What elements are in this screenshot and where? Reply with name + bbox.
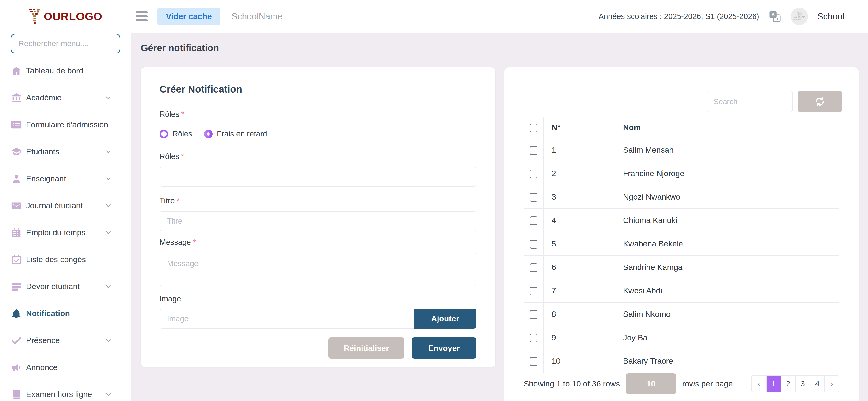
sidebar-item-academie[interactable]: Académie — [0, 84, 131, 111]
radio-late-fees[interactable] — [204, 130, 213, 138]
page-size-select[interactable]: 10 — [626, 373, 676, 394]
create-notification-card: Créer Notification Rôles* Rôles Frais en… — [141, 67, 495, 367]
book-icon — [11, 389, 22, 400]
clear-cache-button[interactable]: Vider cache — [157, 7, 220, 25]
reset-button[interactable]: Réinitialiser — [329, 337, 404, 359]
row-checkbox[interactable] — [530, 334, 537, 342]
avatar[interactable]: NO IMAGE AVAILABLE — [790, 8, 808, 25]
sidebar-item-journal-etudiant[interactable]: Journal étudiant — [0, 192, 131, 219]
table-search-input[interactable] — [707, 91, 793, 112]
table-row: 7 Kwesi Abdi — [524, 279, 839, 302]
radio-roles[interactable] — [159, 130, 168, 138]
row-checkbox[interactable] — [530, 357, 537, 366]
translate-icon[interactable]: A a — [769, 10, 781, 23]
pager-next[interactable]: › — [825, 376, 839, 392]
sidebar-item-tableau-de-bord[interactable]: Tableau de bord — [0, 57, 131, 84]
title-input[interactable] — [159, 211, 476, 231]
row-num: 7 — [544, 279, 615, 302]
refresh-button[interactable] — [798, 91, 842, 112]
school-name-label: SchoolName — [231, 11, 283, 22]
select-all-checkbox[interactable] — [530, 124, 537, 132]
sidebar-item-notification[interactable]: Notification — [0, 300, 131, 327]
table-row: 5 Kwabena Bekele — [524, 232, 839, 256]
chevron-down-icon — [104, 175, 112, 183]
image-input[interactable] — [159, 309, 414, 329]
sidebar-item-liste-des-conges[interactable]: Liste des congés — [0, 246, 131, 273]
svg-text:a: a — [775, 16, 778, 21]
table-row: 10 Bakary Traore — [524, 349, 839, 373]
row-checkbox[interactable] — [530, 310, 537, 319]
sidebar-item-label: Tableau de bord — [26, 66, 83, 75]
sidebar-item-etudiants[interactable]: Étudiants — [0, 138, 131, 165]
row-checkbox[interactable] — [530, 263, 537, 272]
pagination-summary: Showing 1 to 10 of 36 rows — [524, 379, 620, 388]
row-checkbox[interactable] — [530, 193, 537, 202]
sidebar-item-label: Notification — [26, 309, 70, 318]
avatar-placeholder-text: NO IMAGE AVAILABLE — [793, 16, 806, 21]
row-num: 9 — [544, 326, 615, 349]
account-name-label: School — [817, 11, 844, 22]
row-checkbox[interactable] — [530, 170, 537, 178]
app-root: OURLOGO Tableau de bord Académie — [0, 0, 868, 401]
sidebar-item-label: Journal étudiant — [26, 201, 83, 210]
row-name: Kwesi Abdi — [615, 279, 839, 302]
recipients-card: N° Nom 1 Salim Mensah 2 Francine Njoroge — [504, 67, 859, 401]
send-button[interactable]: Envoyer — [412, 337, 476, 359]
chevron-down-icon — [104, 94, 112, 102]
megaphone-icon — [11, 362, 22, 373]
radio-roles-label: Rôles — [173, 129, 192, 138]
pagination-bar: Showing 1 to 10 of 36 rows 10 rows per p… — [524, 373, 839, 394]
notification-bell-icon — [11, 308, 22, 319]
pager: ‹ 1 2 3 4 › — [751, 375, 839, 392]
row-name: Chioma Kariuki — [615, 209, 839, 232]
home-icon — [11, 65, 22, 76]
sidebar-item-enseignant[interactable]: Enseignant — [0, 165, 131, 192]
sidebar-item-devoir-etudiant[interactable]: Devoir étudiant — [0, 273, 131, 300]
sidebar-item-examen-hors-ligne[interactable]: Examen hors ligne — [0, 381, 131, 401]
row-num: 6 — [544, 256, 615, 279]
pager-page-1[interactable]: 1 — [766, 376, 781, 392]
radio-late-fees-label: Frais en retard — [217, 129, 267, 138]
chevron-down-icon — [104, 336, 112, 344]
chevron-down-icon — [104, 282, 112, 291]
sidebar-item-label: Étudiants — [26, 147, 59, 156]
sidebar-item-label: Examen hors ligne — [26, 390, 92, 399]
logo: OURLOGO — [0, 0, 131, 32]
row-num: 3 — [544, 185, 615, 209]
row-checkbox[interactable] — [530, 146, 537, 155]
sidebar-item-annonce[interactable]: Annonce — [0, 354, 131, 381]
add-image-button[interactable]: Ajouter — [414, 309, 476, 329]
sidebar-item-presence[interactable]: Présence — [0, 327, 131, 354]
recipients-table: N° Nom 1 Salim Mensah 2 Francine Njoroge — [524, 116, 839, 373]
row-name: Sandrine Kamga — [615, 256, 839, 279]
sidebar-item-emploi-du-temps[interactable]: Emploi du temps — [0, 219, 131, 246]
pager-page-4[interactable]: 4 — [810, 376, 825, 392]
image-label: Image — [159, 294, 476, 303]
row-num: 2 — [544, 162, 615, 185]
pager-page-2[interactable]: 2 — [781, 376, 795, 392]
pager-prev[interactable]: ‹ — [752, 376, 766, 392]
topbar: Vider cache SchoolName Années scolaires … — [131, 0, 868, 33]
sidebar-item-formulaire-admission[interactable]: Formulaire d'admission — [0, 111, 131, 138]
students-icon — [11, 146, 22, 157]
refresh-icon — [814, 96, 825, 107]
row-checkbox[interactable] — [530, 216, 537, 225]
pager-page-3[interactable]: 3 — [795, 376, 810, 392]
roles-select[interactable] — [159, 167, 476, 187]
row-name: Kwabena Bekele — [615, 232, 839, 256]
sidebar-search-input[interactable] — [11, 34, 120, 54]
image-placeholder-icon — [797, 12, 802, 16]
page-title: Gérer notification — [141, 43, 219, 53]
table-row: 4 Chioma Kariuki — [524, 209, 839, 232]
sidebar-item-label: Présence — [26, 336, 60, 345]
envelope-icon — [11, 200, 22, 211]
row-checkbox[interactable] — [530, 287, 537, 296]
row-checkbox[interactable] — [530, 240, 537, 248]
message-textarea[interactable] — [159, 253, 476, 286]
sidebar-item-label: Académie — [26, 93, 61, 102]
form-actions: Réinitialiser Envoyer — [159, 337, 476, 359]
menu-toggle-icon[interactable] — [136, 11, 148, 21]
message-label: Message* — [159, 238, 476, 247]
row-name: Salim Mensah — [615, 138, 839, 162]
table-row: 2 Francine Njoroge — [524, 162, 839, 185]
